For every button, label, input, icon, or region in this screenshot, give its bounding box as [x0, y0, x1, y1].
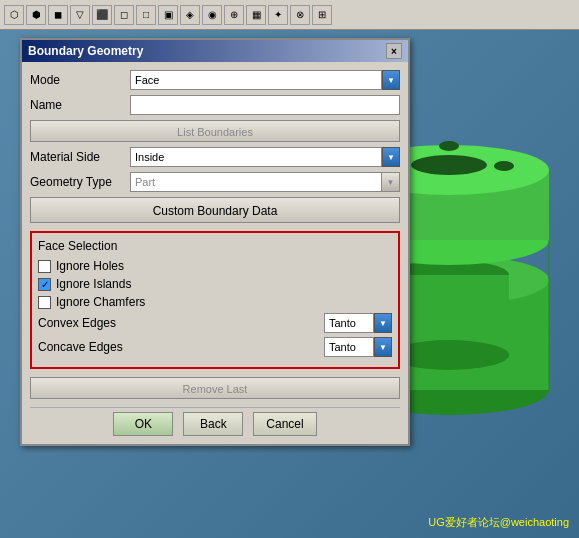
material-side-label: Material Side [30, 150, 130, 164]
ignore-holes-row: Ignore Holes [38, 259, 392, 273]
toolbar-icon-3[interactable]: ◼ [48, 5, 68, 25]
toolbar-icon-12[interactable]: ▦ [246, 5, 266, 25]
ignore-islands-label: Ignore Islands [56, 277, 131, 291]
svg-point-12 [439, 141, 459, 151]
material-side-row: Material Side Inside ▼ [30, 147, 400, 167]
action-buttons: OK Back Cancel [30, 412, 400, 436]
toolbar-icon-10[interactable]: ◉ [202, 5, 222, 25]
geometry-type-label: Geometry Type [30, 175, 130, 189]
dialog-title: Boundary Geometry [28, 44, 143, 58]
custom-boundary-button[interactable]: Custom Boundary Data [30, 197, 400, 223]
convex-edges-select-wrapper: Tanto ▼ [324, 313, 392, 333]
concave-edges-value[interactable]: Tanto [324, 337, 374, 357]
toolbar-icon-14[interactable]: ⊗ [290, 5, 310, 25]
remove-last-button[interactable]: Remove Last [30, 377, 400, 399]
mode-select-value[interactable]: Face [130, 70, 382, 90]
toolbar-icon-7[interactable]: □ [136, 5, 156, 25]
list-boundaries-button[interactable]: List Boundaries [30, 120, 400, 142]
material-side-select-wrapper: Inside ▼ [130, 147, 400, 167]
toolbar-icon-15[interactable]: ⊞ [312, 5, 332, 25]
name-input[interactable] [130, 95, 400, 115]
toolbar-icon-6[interactable]: ◻ [114, 5, 134, 25]
material-side-arrow[interactable]: ▼ [382, 147, 400, 167]
convex-edges-value[interactable]: Tanto [324, 313, 374, 333]
svg-point-11 [494, 161, 514, 171]
convex-edges-arrow[interactable]: ▼ [374, 313, 392, 333]
toolbar-icon-13[interactable]: ✦ [268, 5, 288, 25]
dialog-boundary-geometry: Boundary Geometry × Mode Face ▼ Name Lis… [20, 38, 410, 446]
divider [30, 407, 400, 408]
ok-button[interactable]: OK [113, 412, 173, 436]
geometry-type-row: Geometry Type Part ▼ [30, 172, 400, 192]
dialog-body: Mode Face ▼ Name List Boundaries Materia… [22, 62, 408, 444]
ignore-holes-checkbox[interactable] [38, 260, 51, 273]
mode-row: Mode Face ▼ [30, 70, 400, 90]
toolbar-icon-1[interactable]: ⬡ [4, 5, 24, 25]
ignore-holes-label: Ignore Holes [56, 259, 124, 273]
ignore-chamfers-row: Ignore Chamfers [38, 295, 392, 309]
mode-select-wrapper: Face ▼ [130, 70, 400, 90]
toolbar: ⬡ ⬢ ◼ ▽ ⬛ ◻ □ ▣ ◈ ◉ ⊕ ▦ ✦ ⊗ ⊞ [0, 0, 579, 30]
concave-edges-arrow[interactable]: ▼ [374, 337, 392, 357]
cancel-button[interactable]: Cancel [253, 412, 316, 436]
material-side-value[interactable]: Inside [130, 147, 382, 167]
face-selection-section: Face Selection Ignore Holes ✓ Ignore Isl… [30, 231, 400, 369]
ignore-chamfers-label: Ignore Chamfers [56, 295, 145, 309]
close-button[interactable]: × [386, 43, 402, 59]
geometry-type-value: Part [130, 172, 382, 192]
convex-edges-label: Convex Edges [38, 316, 324, 330]
svg-point-9 [411, 155, 487, 175]
toolbar-icon-11[interactable]: ⊕ [224, 5, 244, 25]
mode-select-arrow[interactable]: ▼ [382, 70, 400, 90]
toolbar-icon-9[interactable]: ◈ [180, 5, 200, 25]
face-selection-title: Face Selection [38, 239, 392, 253]
toolbar-icon-2[interactable]: ⬢ [26, 5, 46, 25]
toolbar-icon-4[interactable]: ▽ [70, 5, 90, 25]
concave-edges-select-wrapper: Tanto ▼ [324, 337, 392, 357]
watermark: UG爱好者论坛@weichaoting [428, 515, 569, 530]
ignore-islands-row: ✓ Ignore Islands [38, 277, 392, 291]
back-button[interactable]: Back [183, 412, 243, 436]
concave-edges-row: Concave Edges Tanto ▼ [38, 337, 392, 357]
name-row: Name [30, 95, 400, 115]
ignore-chamfers-checkbox[interactable] [38, 296, 51, 309]
concave-edges-label: Concave Edges [38, 340, 324, 354]
geometry-type-arrow: ▼ [382, 172, 400, 192]
name-label: Name [30, 98, 130, 112]
toolbar-icon-8[interactable]: ▣ [158, 5, 178, 25]
toolbar-icon-5[interactable]: ⬛ [92, 5, 112, 25]
ignore-islands-checkbox[interactable]: ✓ [38, 278, 51, 291]
convex-edges-row: Convex Edges Tanto ▼ [38, 313, 392, 333]
mode-label: Mode [30, 73, 130, 87]
dialog-titlebar: Boundary Geometry × [22, 40, 408, 62]
geometry-type-select-wrapper: Part ▼ [130, 172, 400, 192]
